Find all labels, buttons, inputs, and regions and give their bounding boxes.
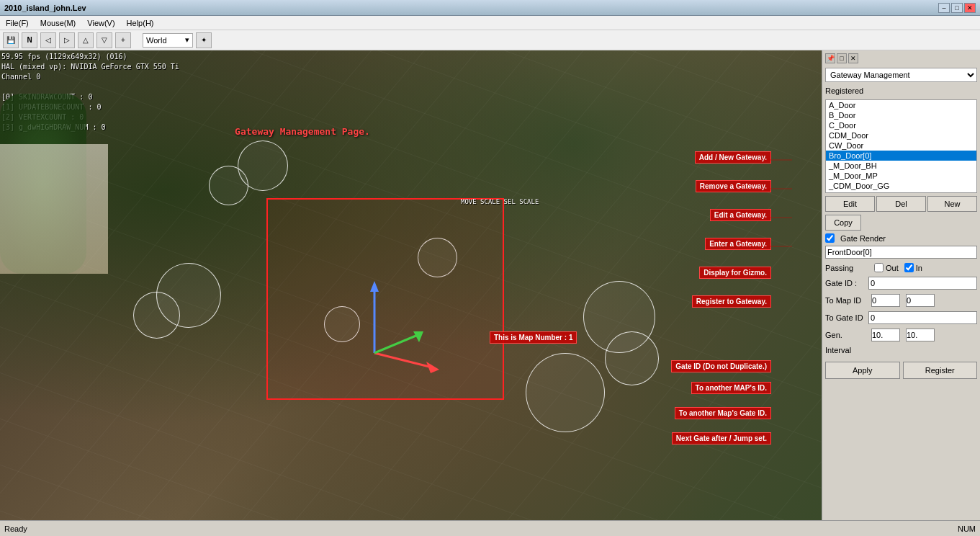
passing-label: Passing — [825, 264, 868, 272]
maximize-button[interactable]: □ — [951, 3, 963, 13]
panel-header: 📌 □ ✕ — [825, 53, 977, 63]
toolbar: 💾 N ◁ ▷ △ ▽ + World ▾ ✦ — [0, 30, 980, 50]
list-item-b-door[interactable]: B_Door — [826, 110, 976, 120]
interval-label: Interval — [825, 346, 977, 354]
gate-render-row: Gate Render — [825, 233, 977, 243]
world-dropdown-arrow: ▾ — [185, 35, 189, 45]
status-right: NUM — [958, 524, 976, 533]
display-gizmo-label[interactable]: Display for Gizmo. — [699, 267, 771, 279]
out-label: Out — [886, 264, 899, 272]
fps-display: 59.95 fps (1129x649x32) (016) — [1, 52, 179, 62]
sphere-7 — [526, 353, 605, 432]
panel-close-button[interactable]: ✕ — [848, 53, 858, 63]
title-bar-controls: – □ ✕ — [938, 3, 976, 13]
in-checkbox-label: In — [904, 263, 922, 272]
menu-mouse[interactable]: Mouse(M) — [37, 19, 79, 27]
enter-gateway-label[interactable]: Enter a Gateway. — [705, 238, 771, 250]
del-button[interactable]: Del — [876, 196, 926, 212]
edit-buttons: Edit Del New — [825, 196, 977, 212]
gateway-dropdown[interactable]: Gateway Management — [825, 68, 977, 82]
to-gate-id-label-vp: To another Map's Gate ID. — [675, 407, 771, 419]
save-button[interactable]: 💾 — [3, 32, 19, 48]
add-gateway-label[interactable]: Add / New Gateway. — [695, 151, 771, 164]
list-item-noname-0[interactable]: NoName[0] — [826, 191, 976, 193]
toolbar-extra[interactable]: ✦ — [196, 32, 212, 48]
list-item-cdm-door-gg[interactable]: _CDM_Door_GG — [826, 181, 976, 191]
gate-id-input[interactable] — [868, 277, 977, 290]
list-item-a-door[interactable]: A_Door — [826, 100, 976, 110]
gen-input2[interactable] — [906, 329, 935, 341]
edit-gateway-label[interactable]: Edit a Gateway. — [710, 209, 771, 221]
panel-maximize-button[interactable]: □ — [837, 53, 847, 63]
registered-list-container: A_Door B_Door C_Door CDM_Door CW_Door Br… — [825, 99, 977, 193]
list-item-cdm-door[interactable]: CDM_Door — [826, 130, 976, 140]
edit-button[interactable]: Edit — [825, 196, 875, 212]
apply-button[interactable]: Apply — [825, 362, 900, 379]
plus-button[interactable]: + — [115, 32, 131, 48]
move-scale-label: MOVE SCALE SEL SCALE — [461, 198, 539, 205]
n-button[interactable]: N — [22, 32, 37, 48]
menu-view[interactable]: View(V) — [84, 19, 117, 27]
forward-button[interactable]: ▷ — [59, 32, 75, 48]
list-item-m-door-mp[interactable]: _M_Door_MP — [826, 171, 976, 181]
gateway-name-input[interactable] — [825, 246, 977, 259]
sphere-2 — [209, 166, 248, 205]
list-item-bro-door[interactable]: Bro_Door[0] — [826, 151, 976, 161]
gate-id-label-vp: Gate ID (Do not Duplicate.) — [671, 360, 771, 372]
to-gate-id-label: To Gate ID — [825, 313, 868, 322]
panel-controls: 📌 □ ✕ — [825, 53, 858, 63]
back-button[interactable]: ◁ — [40, 32, 56, 48]
channel-display: Channel 0 — [1, 72, 179, 82]
viewport[interactable]: 59.95 fps (1129x649x32) (016) HAL (mixed… — [0, 50, 822, 520]
window-title: 2010_island_john.Lev — [4, 4, 938, 12]
sphere-4 — [133, 292, 180, 339]
to-map-id-input2[interactable] — [906, 294, 935, 307]
svg-line-3 — [374, 353, 432, 367]
gate-render-checkbox[interactable] — [825, 233, 835, 243]
copy-button[interactable]: Copy — [825, 215, 861, 231]
to-gate-row: To Gate ID — [825, 311, 977, 324]
register-gateway-label[interactable]: Register to Gateway. — [692, 295, 771, 308]
svg-line-5 — [374, 335, 418, 353]
status-left: Ready — [4, 524, 27, 533]
viewport-title: Gateway Management Page. — [235, 126, 370, 137]
gate-id-row: Gate ID : — [825, 277, 977, 290]
world-dropdown[interactable]: World ▾ — [143, 33, 193, 48]
close-button[interactable]: ✕ — [964, 3, 976, 13]
out-checkbox[interactable] — [874, 263, 884, 272]
out-checkbox-label: Out — [874, 263, 899, 272]
up-button[interactable]: △ — [78, 32, 94, 48]
register-button[interactable]: Register — [903, 362, 978, 379]
to-map-row: To Map ID — [825, 294, 977, 307]
panel-pin-button[interactable]: 📌 — [825, 53, 835, 63]
down-button[interactable]: ▽ — [96, 32, 112, 48]
list-item-c-door[interactable]: C_Door — [826, 120, 976, 130]
to-map-id-label-vp: To another MAP's ID. — [691, 382, 771, 394]
gen-label: Gen. — [825, 331, 868, 339]
gateway-management-section: Gateway Management — [825, 68, 977, 82]
svg-marker-2 — [370, 281, 379, 292]
registered-list[interactable]: A_Door B_Door C_Door CDM_Door CW_Door Br… — [825, 99, 977, 193]
main-layout: 59.95 fps (1129x649x32) (016) HAL (mixed… — [0, 50, 980, 520]
list-item-cw-door[interactable]: CW_Door — [826, 140, 976, 151]
menu-help[interactable]: Help(H) — [124, 19, 157, 27]
gen-input1[interactable] — [871, 329, 900, 341]
menu-bar: File(F) Mouse(M) View(V) Help(H) — [0, 16, 980, 30]
in-label: In — [916, 264, 922, 272]
list-item-m-door-bh[interactable]: _M_Door_BH — [826, 161, 976, 171]
remove-gateway-label[interactable]: Remove a Gateway. — [696, 180, 771, 192]
gate-id-label: Gate ID : — [825, 279, 868, 287]
map-number-label: This is Map Number : 1 — [490, 331, 577, 344]
minimize-button[interactable]: – — [938, 3, 950, 13]
in-checkbox[interactable] — [904, 263, 914, 272]
to-map-id-input1[interactable] — [871, 294, 900, 307]
gateway-name-row — [825, 246, 977, 259]
menu-file[interactable]: File(F) — [3, 19, 32, 27]
to-map-id-label: To Map ID — [825, 296, 868, 305]
right-panel: 📌 □ ✕ Gateway Management Registered A_Do… — [822, 50, 980, 520]
gate-render-label: Gate Render — [840, 234, 886, 243]
to-gate-id-input[interactable] — [868, 311, 977, 324]
passing-row: Passing Out In — [825, 263, 977, 272]
status-bar: Ready NUM — [0, 520, 980, 536]
new-button[interactable]: New — [927, 196, 977, 212]
